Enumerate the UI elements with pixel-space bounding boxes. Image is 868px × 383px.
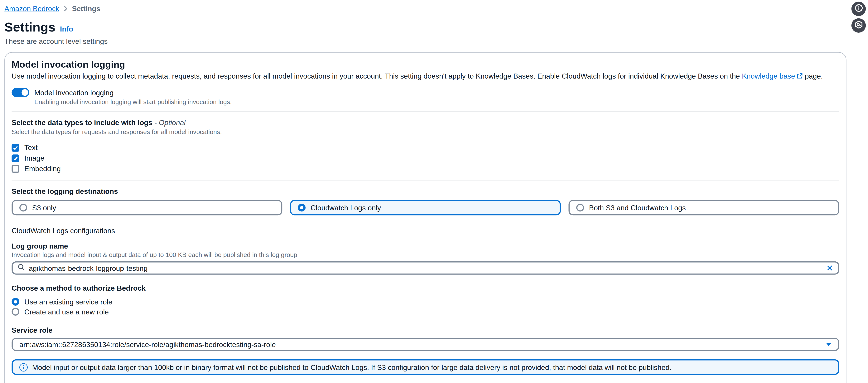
- settings-page: Amazon Bedrock Settings Settings Info Th…: [0, 0, 868, 383]
- model-invocation-logging-toggle[interactable]: [12, 88, 29, 97]
- breadcrumb-link-bedrock[interactable]: Amazon Bedrock: [4, 4, 59, 13]
- page-subtitle: These are account level settings: [4, 37, 846, 45]
- assistant-panel-button[interactable]: [851, 18, 866, 33]
- log-group-input[interactable]: [29, 264, 823, 272]
- checkbox-text[interactable]: [12, 144, 20, 151]
- data-type-checkbox-group: Text Image Embedding: [12, 142, 839, 174]
- radio-icon: [12, 298, 20, 305]
- checkbox-label: Text: [24, 144, 38, 152]
- destinations-label: Select the logging destinations: [12, 187, 839, 195]
- model-invocation-logging-card: Model invocation logging Use model invoc…: [4, 52, 846, 383]
- checkbox-label: Embedding: [24, 165, 61, 173]
- info-circle-icon: [855, 4, 863, 14]
- close-icon: [827, 265, 833, 271]
- log-group-input-container: [12, 261, 839, 275]
- info-circle-icon: i: [20, 363, 28, 371]
- service-role-select[interactable]: arn:aws:iam::627286350134:role/service-r…: [12, 338, 839, 351]
- checkbox-row-embedding: Embedding: [12, 163, 839, 174]
- card-title: Model invocation logging: [12, 59, 839, 70]
- info-alert: i Model input or output data larger than…: [12, 359, 839, 375]
- divider: [12, 111, 839, 112]
- radio-new-role[interactable]: Create and use a new role: [12, 307, 839, 317]
- check-icon: [13, 145, 18, 150]
- radio-icon: [298, 204, 306, 211]
- page-title: Settings: [4, 20, 56, 35]
- external-link-icon: [797, 72, 803, 81]
- check-icon: [13, 155, 18, 161]
- radio-icon: [12, 308, 20, 316]
- service-role-label: Service role: [12, 326, 839, 334]
- checkbox-label: Image: [24, 154, 44, 162]
- authorize-label: Choose a method to authorize Bedrock: [12, 284, 839, 292]
- checkbox-embedding[interactable]: [12, 165, 20, 173]
- info-alert-text: Model input or output data larger than 1…: [32, 363, 672, 371]
- log-group-label: Log group name: [12, 242, 839, 250]
- search-icon: [18, 263, 25, 273]
- cloudwatch-config-title: CloudWatch Logs configurations: [12, 227, 839, 235]
- card-description: Use model invocation logging to collect …: [12, 72, 839, 81]
- authorize-radio-group: Use an existing service role Create and …: [12, 297, 839, 317]
- checkbox-row-image: Image: [12, 153, 839, 164]
- checkbox-row-text: Text: [12, 142, 839, 153]
- data-types-help: Select the data types for requests and r…: [12, 128, 839, 135]
- radio-icon: [20, 204, 27, 211]
- toggle-label: Model invocation logging: [34, 88, 114, 97]
- destination-tile-group: S3 only Cloudwatch Logs only Both S3 and…: [12, 200, 839, 215]
- app-viewport: Amazon Bedrock Settings Settings Info Th…: [0, 0, 868, 383]
- breadcrumb-current: Settings: [72, 4, 100, 13]
- s3-location-label: S3 location for large data delivery - op…: [12, 382, 839, 383]
- tile-cloudwatch-only[interactable]: Cloudwatch Logs only: [290, 200, 561, 215]
- toggle-knob: [22, 89, 28, 96]
- clear-input-button[interactable]: [827, 265, 833, 271]
- radio-existing-role[interactable]: Use an existing service role: [12, 297, 839, 307]
- data-types-label: Select the data types to include with lo…: [12, 119, 839, 127]
- chevron-right-icon: [64, 6, 68, 12]
- service-role-value: arn:aws:iam::627286350134:role/service-r…: [20, 340, 826, 348]
- info-link[interactable]: Info: [60, 25, 73, 33]
- checkbox-image[interactable]: [12, 154, 20, 162]
- chevron-down-icon: [826, 343, 832, 346]
- knowledge-base-link[interactable]: Knowledge base: [742, 72, 803, 80]
- radio-icon: [576, 204, 584, 211]
- toggle-help-text: Enabling model invocation logging will s…: [34, 98, 839, 105]
- tile-s3-only[interactable]: S3 only: [12, 200, 282, 215]
- tile-both-s3-cloudwatch[interactable]: Both S3 and Cloudwatch Logs: [568, 200, 839, 215]
- divider: [12, 180, 839, 181]
- hexagon-icon: [855, 20, 863, 31]
- info-panel-button[interactable]: [851, 2, 866, 16]
- breadcrumb: Amazon Bedrock Settings: [4, 4, 846, 13]
- log-group-help: Invocation logs and model input & output…: [12, 252, 839, 258]
